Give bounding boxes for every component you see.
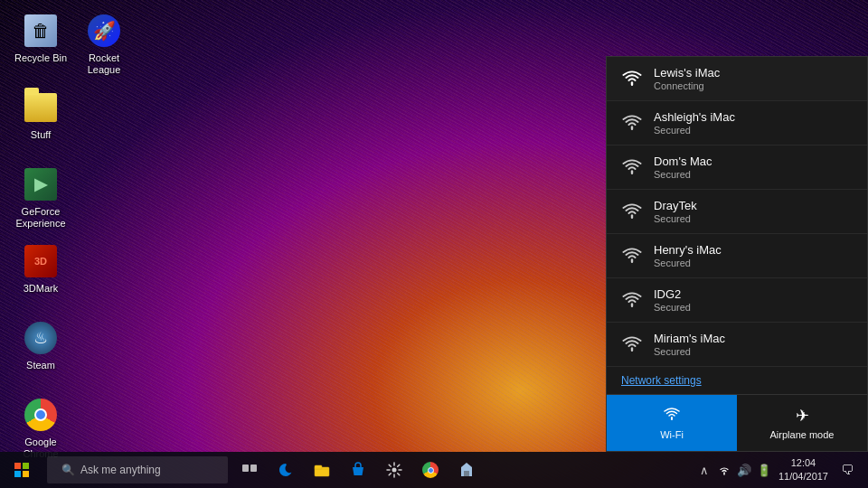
taskbar-pinned-apps <box>268 452 688 488</box>
pinned-edge[interactable] <box>268 452 304 488</box>
wifi-signal-icon <box>621 247 643 265</box>
desktop-icon-steam[interactable]: ♨ Steam <box>9 316 72 375</box>
network-info: DrayTek Secured <box>654 199 853 224</box>
pinned-foobar[interactable] <box>448 452 485 488</box>
system-tray: ∧ 🔊 🔋 <box>695 456 773 483</box>
system-clock[interactable]: 12:04 11/04/2017 <box>773 456 834 484</box>
network-item-lewiss-imac[interactable]: Lewis's iMac Connecting <box>607 57 867 101</box>
tray-volume-icon[interactable]: 🔊 <box>735 456 753 483</box>
desktop-icon-stuff[interactable]: Stuff <box>9 86 72 145</box>
network-item-draytek[interactable]: DrayTek Secured <box>607 190 867 234</box>
network-settings-link[interactable]: Network settings <box>607 367 867 394</box>
icon-label: Stuff <box>31 129 51 141</box>
wifi-quick-icon <box>663 407 681 426</box>
icon-label: 3DMark <box>24 283 59 295</box>
taskbar: 🔍 Ask me anything ∧ <box>0 452 868 488</box>
network-info: Lewis's iMac Connecting <box>654 66 853 91</box>
airplane-mode-button[interactable]: ✈ Airplane mode <box>737 395 867 451</box>
icon-label: Steam <box>26 360 55 371</box>
network-item-henrys-imac[interactable]: Henry's iMac Secured <box>607 234 867 278</box>
pinned-explorer[interactable] <box>304 452 340 488</box>
network-name: Henry's iMac <box>654 243 853 257</box>
pinned-settings[interactable] <box>376 452 412 488</box>
airplane-icon: ✈ <box>796 406 809 426</box>
network-name: Miriam's iMac <box>654 332 853 345</box>
network-item-miriams-imac[interactable]: Miriam's iMac Secured <box>607 323 867 367</box>
wifi-toggle-button[interactable]: Wi-Fi <box>607 395 737 451</box>
desktop: 🗑 Recycle Bin 🚀 Rocket League Stuff ▶ Ge… <box>0 0 868 488</box>
tray-network-icon[interactable] <box>715 456 733 483</box>
wifi-button-label: Wi-Fi <box>660 429 684 440</box>
quick-actions-bar: Wi-Fi ✈ Airplane mode <box>607 394 867 451</box>
svg-rect-1 <box>23 463 29 469</box>
network-info: Miriam's iMac Secured <box>654 332 853 357</box>
network-item-doms-mac[interactable]: Dom's Mac Secured <box>607 145 867 190</box>
icon-label: Recycle Bin <box>14 52 67 64</box>
start-button[interactable] <box>0 452 43 488</box>
svg-rect-5 <box>250 465 257 472</box>
network-list: Lewis's iMac Connecting Ashleigh's iMac … <box>607 57 867 367</box>
network-status: Secured <box>654 302 853 313</box>
network-status: Secured <box>654 258 853 268</box>
network-info: IDG2 Secured <box>654 287 853 313</box>
taskbar-right: ∧ 🔊 🔋 12:04 11/04/2017 🗨 <box>688 452 868 488</box>
icon-label: GeForce Experience <box>13 206 69 230</box>
clock-time: 12:04 <box>791 456 816 470</box>
pinned-chrome[interactable] <box>412 452 448 488</box>
network-name: Lewis's iMac <box>654 66 853 80</box>
network-item-idg2[interactable]: IDG2 Secured <box>607 278 867 323</box>
network-name: Ashleigh's iMac <box>654 110 853 124</box>
wifi-signal-icon <box>621 70 643 88</box>
notification-center-button[interactable]: 🗨 <box>834 452 861 488</box>
desktop-icon-rocket-league[interactable]: 🚀 Rocket League <box>72 9 136 80</box>
network-status: Secured <box>654 346 853 357</box>
network-item-ashleighs-imac[interactable]: Ashleigh's iMac Secured <box>607 101 867 145</box>
network-name: IDG2 <box>654 287 853 301</box>
tray-chevron-up[interactable]: ∧ <box>695 456 713 483</box>
tray-battery-icon[interactable]: 🔋 <box>755 456 773 483</box>
wifi-panel: Lewis's iMac Connecting Ashleigh's iMac … <box>606 56 868 452</box>
desktop-icon-recycle-bin[interactable]: 🗑 Recycle Bin <box>9 9 72 68</box>
icon-label: Rocket League <box>76 52 132 76</box>
network-status: Secured <box>654 125 853 136</box>
wifi-signal-icon <box>621 114 643 132</box>
svg-rect-2 <box>14 471 21 477</box>
task-view-button[interactable] <box>231 452 268 488</box>
search-icon: 🔍 <box>61 464 75 476</box>
wifi-signal-icon <box>621 158 643 176</box>
svg-rect-3 <box>23 471 29 477</box>
network-status: Secured <box>654 213 853 224</box>
network-info: Ashleigh's iMac Secured <box>654 110 853 136</box>
network-info: Henry's iMac Secured <box>654 243 853 268</box>
desktop-icon-geforce[interactable]: ▶ GeForce Experience <box>9 163 72 233</box>
network-status: Secured <box>654 169 853 180</box>
network-name: DrayTek <box>654 199 853 212</box>
airplane-button-label: Airplane mode <box>770 429 835 440</box>
network-info: Dom's Mac Secured <box>654 155 853 180</box>
svg-rect-0 <box>14 463 21 469</box>
network-name: Dom's Mac <box>654 155 853 168</box>
search-bar[interactable]: 🔍 Ask me anything <box>47 456 228 483</box>
wifi-signal-icon <box>621 291 643 309</box>
desktop-icon-3dmark[interactable]: 3D 3DMark <box>9 239 72 298</box>
wifi-signal-icon <box>621 335 643 353</box>
search-placeholder-text: Ask me anything <box>80 464 161 476</box>
network-status: Connecting <box>654 80 853 91</box>
svg-rect-4 <box>242 465 249 472</box>
wifi-signal-icon <box>621 202 643 221</box>
pinned-store[interactable] <box>340 452 376 488</box>
svg-rect-7 <box>315 465 322 469</box>
clock-date: 11/04/2017 <box>778 470 828 483</box>
svg-point-8 <box>392 468 397 473</box>
